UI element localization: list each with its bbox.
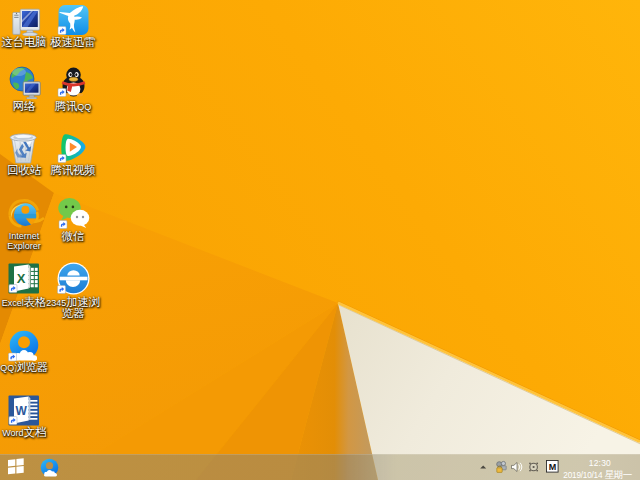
svg-text:M: M (549, 462, 557, 472)
svg-text:W: W (16, 404, 28, 418)
svg-text:X: X (17, 271, 26, 286)
